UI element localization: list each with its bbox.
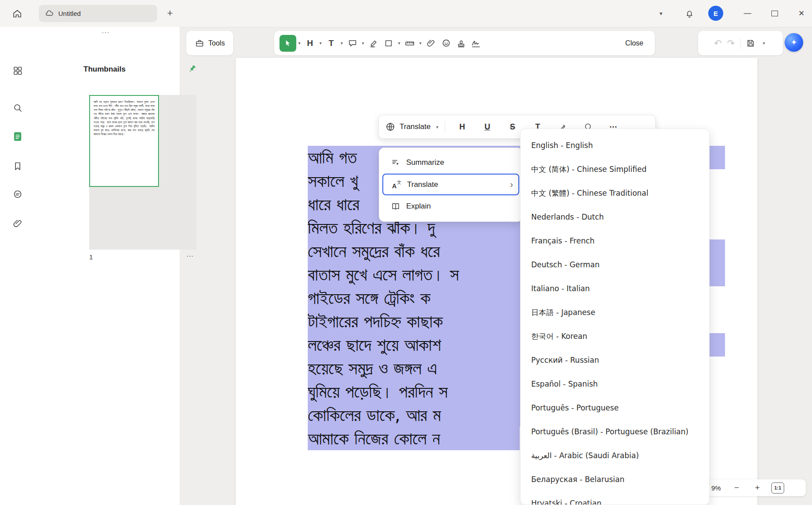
attachments-button[interactable] xyxy=(9,215,26,232)
language-option[interactable]: 한국어 - Korean xyxy=(521,324,709,348)
document-line: আমাকে নিজের কোলে ন xyxy=(308,427,520,450)
notifications-button[interactable] xyxy=(682,6,697,21)
language-option[interactable]: العربية - Arabic (Saudi Arabia) xyxy=(521,444,709,467)
close-icon: ✕ xyxy=(798,9,804,18)
comment-tool-chevron[interactable]: ▾ xyxy=(360,41,366,46)
minus-icon: − xyxy=(734,483,739,493)
redo-button[interactable]: ↷ xyxy=(727,38,735,49)
stamp-icon xyxy=(456,38,466,48)
select-tool-chevron[interactable]: ▾ xyxy=(296,41,302,46)
language-option[interactable]: Nederlands - Dutch xyxy=(521,205,709,229)
page-options-button[interactable]: ⋯ xyxy=(184,250,196,262)
ai-context-menu: Summarize A 文 Translate › Explain xyxy=(379,148,523,222)
signature-tool-button[interactable] xyxy=(468,35,483,52)
avatar-initial: E xyxy=(714,10,718,17)
close-tools-button[interactable]: Close xyxy=(619,39,650,47)
toolbar-collapse-button[interactable]: ▾ xyxy=(653,6,668,21)
book-icon xyxy=(391,201,400,211)
ai-assistant-button[interactable]: ✦ xyxy=(785,33,803,52)
select-tool-button[interactable] xyxy=(279,35,296,52)
actual-size-button[interactable]: 1:1 xyxy=(771,482,784,494)
language-option[interactable]: 日本語 - Japanese xyxy=(521,300,709,324)
apps-button[interactable] xyxy=(9,62,26,79)
pages-icon xyxy=(12,131,23,142)
paperclip-icon xyxy=(426,38,436,48)
home-icon xyxy=(12,8,23,19)
divider xyxy=(740,38,740,49)
language-option[interactable]: English - English xyxy=(521,133,709,157)
ellipsis-icon: ⋯ xyxy=(102,28,110,37)
language-option[interactable]: 中文 (繁體) - Chinese Traditional xyxy=(521,181,709,205)
stamp-tool-button[interactable] xyxy=(453,35,468,52)
translate-quick-button[interactable]: Translate xyxy=(385,122,431,132)
language-option[interactable]: Português (Brasil) - Portuguese (Brazili… xyxy=(521,420,709,444)
plus-icon: + xyxy=(167,8,173,19)
highlighter-tool-button[interactable] xyxy=(366,35,381,52)
text-tool-chevron[interactable]: ▾ xyxy=(339,41,345,46)
menu-item-summarize[interactable]: Summarize xyxy=(379,152,522,174)
bookmarks-button[interactable] xyxy=(9,158,26,175)
zoom-in-button[interactable]: + xyxy=(755,483,760,493)
measure-tool-button[interactable] xyxy=(402,35,417,52)
new-tab-button[interactable]: + xyxy=(164,8,176,19)
translate-options-chevron[interactable]: ▾ xyxy=(434,125,440,129)
undo-button[interactable]: ↶ xyxy=(714,38,722,49)
close-window-button[interactable]: ✕ xyxy=(794,6,809,21)
document-tab[interactable]: Untitled xyxy=(39,5,157,22)
heading-tool-button[interactable]: H xyxy=(302,35,317,52)
main-toolbar: ▾ H ▾ T ▾ ▾ ▾ ▾ xyxy=(274,31,655,55)
thumbnails-panel-button[interactable] xyxy=(9,128,26,145)
attach-file-button[interactable] xyxy=(423,35,438,52)
measure-tool-chevron[interactable]: ▾ xyxy=(417,41,423,46)
comments-button[interactable] xyxy=(9,186,26,203)
titlebar: Untitled + ▾ E — ✕ xyxy=(0,0,812,27)
underline-format-button[interactable]: U xyxy=(475,122,500,132)
history-save-toolbar: ↶ ↷ ▾ xyxy=(698,31,783,55)
home-button[interactable] xyxy=(10,6,25,21)
page-thumbnail[interactable]: আমি গত সপ্তাহে সুন্দরবন ভ্রমণে গিয়েছিলা… xyxy=(89,95,159,187)
zoom-value: 9% xyxy=(711,484,721,492)
language-option[interactable]: Français - French xyxy=(521,229,709,253)
left-icon-rail xyxy=(0,27,36,505)
language-option[interactable]: Беларуская - Belarusian xyxy=(521,467,709,491)
chevron-down-icon: ▾ xyxy=(436,125,438,129)
comment-tool-button[interactable] xyxy=(345,35,360,52)
minimize-button[interactable]: — xyxy=(740,6,755,21)
save-options-chevron[interactable]: ▾ xyxy=(761,41,767,46)
page-number-label: 1 xyxy=(89,253,93,261)
panel-drag-handle[interactable]: ⋯ xyxy=(102,28,110,37)
text-tool-button[interactable]: T xyxy=(324,35,339,52)
maximize-icon xyxy=(771,11,778,16)
zoom-controls: 9% − + 1:1 xyxy=(699,479,806,496)
heading-format-button[interactable]: H xyxy=(449,122,475,132)
heading-tool-chevron[interactable]: ▾ xyxy=(317,41,324,46)
language-option[interactable]: Deutsch - German xyxy=(521,253,709,277)
language-option[interactable]: Русский - Russian xyxy=(521,348,709,372)
cursor-arrow-icon xyxy=(283,39,292,48)
language-option[interactable]: Italiano - Italian xyxy=(521,277,709,300)
shape-tool-chevron[interactable]: ▾ xyxy=(396,41,402,46)
sticker-tool-button[interactable] xyxy=(438,35,453,52)
shape-tool-button[interactable] xyxy=(381,35,396,52)
menu-item-explain[interactable]: Explain xyxy=(379,195,522,217)
translate-language-menu: English - English 中文 (简体) - Chinese Simp… xyxy=(520,129,710,505)
search-button[interactable] xyxy=(9,99,26,116)
summarize-icon xyxy=(391,158,400,167)
language-option[interactable]: 中文 (简体) - Chinese Simplified xyxy=(521,157,709,181)
page-thumbnail-text: আমি গত সপ্তাহে সুন্দরবন ভ্রমণে গিয়েছিলা… xyxy=(94,100,155,136)
language-option[interactable]: Español - Spanish xyxy=(521,372,709,396)
comment-icon xyxy=(12,189,23,200)
thumbnails-panel: ⋯ Thumbnails আমি গত সপ্তাহে সুন্দরবন ভ্র… xyxy=(35,27,180,505)
avatar[interactable]: E xyxy=(708,6,723,21)
chevron-down-icon: ▾ xyxy=(398,41,400,46)
language-option[interactable]: Português - Portuguese xyxy=(521,396,709,420)
pin-panel-button[interactable] xyxy=(185,62,199,76)
zoom-out-button[interactable]: − xyxy=(734,483,739,493)
save-button[interactable] xyxy=(746,38,755,48)
menu-item-translate[interactable]: A 文 Translate › xyxy=(382,174,519,195)
chevron-down-icon: ▾ xyxy=(419,41,421,46)
language-option[interactable]: Hrvatski - Croatian xyxy=(521,491,709,505)
menu-item-label: Translate xyxy=(407,180,438,189)
tools-button[interactable]: Tools xyxy=(186,31,233,55)
maximize-button[interactable] xyxy=(767,6,782,21)
